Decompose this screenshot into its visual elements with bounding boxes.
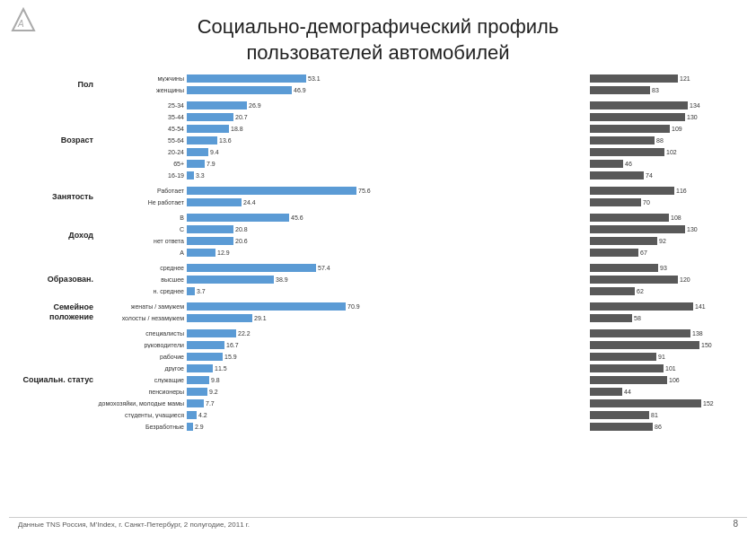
right-bar-value: 86	[655, 424, 662, 430]
right-bar-value: 102	[666, 149, 677, 155]
right-bar-row: 91	[590, 351, 738, 363]
left-bar	[187, 86, 292, 94]
row-label: специалисты	[97, 330, 187, 337]
page-title: Социально-демографический профиль пользо…	[18, 14, 738, 66]
left-bar-row: женаты / замужем70.9	[97, 301, 590, 312]
row-label: рабочие	[97, 354, 187, 360]
right-bar-row: 93	[590, 262, 738, 274]
category-label-vozrast: Возраст	[18, 100, 97, 181]
right-bars-area: 1218313413010988102467411670108130926793…	[590, 73, 738, 433]
right-bar	[590, 198, 641, 206]
right-bar-value: 70	[643, 199, 650, 206]
left-bar	[187, 341, 224, 349]
left-bar-row: 16-193.3	[97, 170, 590, 181]
row-label: 65+	[97, 161, 187, 167]
left-bar	[187, 264, 316, 272]
row-label: другое	[97, 365, 187, 372]
right-bar-row: 62	[590, 285, 738, 297]
row-label: С	[97, 226, 187, 232]
row-label: 55-64	[97, 137, 187, 144]
row-label: В	[97, 214, 187, 221]
left-bar	[187, 314, 252, 322]
right-bar-value: 141	[695, 303, 706, 310]
left-bar-value: 3.7	[197, 288, 206, 294]
left-bar-row: 45-5418.8	[97, 123, 590, 135]
right-bar-value: 88	[656, 137, 664, 144]
right-bar	[590, 187, 674, 195]
right-bar	[590, 388, 622, 396]
left-bar	[187, 302, 346, 311]
left-bar	[187, 136, 217, 144]
category-label-obrazovanie: Образован.	[18, 262, 97, 297]
left-bar-row: высшее38.9	[97, 274, 590, 285]
logo: A	[11, 7, 36, 32]
left-bar	[187, 160, 205, 168]
right-bar-row: 46	[590, 158, 738, 170]
right-bar	[590, 353, 656, 361]
left-bar-value: 9.4	[210, 149, 219, 155]
right-bar-row: 67	[590, 247, 738, 258]
row-label: А	[97, 249, 187, 256]
right-bar-row: 106	[590, 374, 738, 386]
right-bar-row: 109	[590, 123, 738, 135]
left-bar-value: 57.4	[318, 265, 330, 271]
right-bar-value: 106	[669, 377, 680, 383]
right-bar	[590, 86, 650, 94]
left-bar-value: 12.9	[217, 249, 230, 256]
row-label: мужчины	[97, 75, 187, 82]
left-bar-value: 22.2	[238, 330, 251, 337]
left-bar-row: другое11.5	[97, 363, 590, 374]
left-bar	[187, 411, 197, 419]
left-bar	[187, 353, 223, 361]
right-bar	[590, 171, 644, 179]
left-bar-row: холосты / незамужем29.1	[97, 312, 590, 324]
row-label: руководители	[97, 342, 187, 348]
left-bar-value: 11.5	[215, 365, 227, 372]
right-bar	[590, 214, 669, 222]
right-bar-value: 130	[687, 114, 698, 120]
left-bar-row: среднее57.4	[97, 262, 590, 274]
category-label-semeinoe: Семейное положение	[18, 301, 97, 324]
category-label-zanyatost: Занятость	[18, 185, 97, 208]
left-bar-value: 70.9	[347, 303, 360, 310]
right-bar-row: 130	[590, 111, 738, 123]
right-bar	[590, 314, 632, 322]
left-bar-value: 20.8	[235, 226, 248, 232]
row-label: Не работает	[97, 199, 187, 206]
right-bar-row: 121	[590, 73, 738, 84]
right-bar-value: 44	[624, 389, 631, 395]
row-label: нет ответа	[97, 238, 187, 244]
row-label: высшее	[97, 276, 187, 283]
row-label: студенты, учащиеся	[97, 412, 187, 418]
left-bar-value: 2.9	[195, 424, 204, 430]
right-bar	[590, 113, 685, 121]
right-bar	[590, 249, 638, 257]
right-bar	[590, 237, 657, 245]
row-label: холосты / незамужем	[97, 315, 187, 321]
left-bar	[187, 198, 242, 206]
row-label: служащие	[97, 377, 187, 383]
left-bar-row: рабочие15.9	[97, 351, 590, 363]
right-bar-value: 58	[634, 315, 641, 321]
left-bar-row: С20.8	[97, 223, 590, 235]
right-bar	[590, 225, 685, 233]
right-bar	[590, 341, 699, 349]
left-bar-value: 13.6	[219, 137, 232, 144]
right-bar-row: 86	[590, 421, 738, 433]
left-bar	[187, 249, 215, 257]
right-bar	[590, 423, 653, 431]
left-bar	[187, 287, 195, 295]
left-bar-value: 4.2	[198, 412, 207, 418]
left-bar	[187, 237, 233, 245]
left-bar-value: 53.1	[308, 75, 321, 82]
right-bar-row: 83	[590, 84, 738, 96]
right-bar-row: 120	[590, 274, 738, 285]
right-bar	[590, 136, 655, 144]
page: A Социально-демографический профиль поль…	[0, 0, 756, 534]
footer-divider	[9, 517, 747, 518]
left-bar-row: Работает75.6	[97, 185, 590, 197]
right-bar-value: 101	[665, 365, 676, 372]
row-label: домохозяйки, молодые мамы	[97, 400, 187, 407]
left-bar	[187, 171, 194, 179]
right-bar-row: 70	[590, 197, 738, 208]
